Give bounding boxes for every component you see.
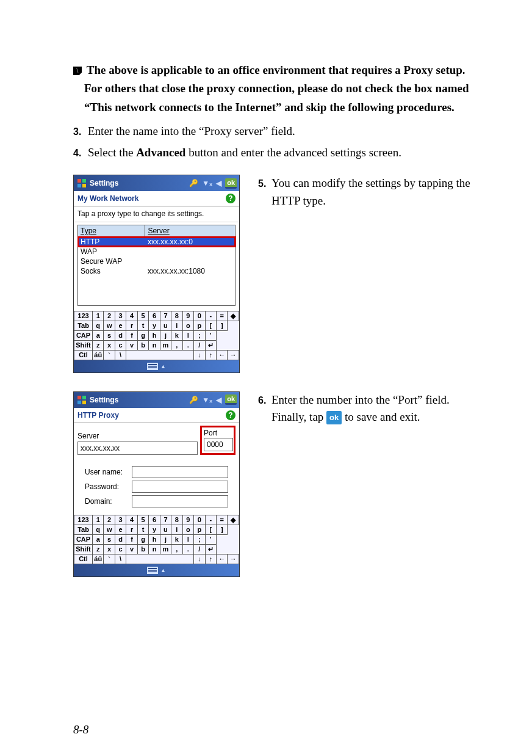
table-row[interactable]: Socks xxx.xx.xx.xx:1080 xyxy=(78,266,235,276)
key[interactable]: . xyxy=(182,544,193,554)
key[interactable]: n xyxy=(149,340,160,350)
key[interactable]: 7 xyxy=(160,515,171,525)
key[interactable]: k xyxy=(171,330,182,340)
key[interactable]: 3 xyxy=(115,311,126,321)
key[interactable]: , xyxy=(171,544,182,554)
key[interactable]: e xyxy=(115,525,126,534)
key[interactable]: ↵ xyxy=(205,544,216,554)
key[interactable]: ◆ xyxy=(228,311,239,321)
key[interactable]: v xyxy=(126,544,137,554)
key[interactable]: 9 xyxy=(182,311,193,321)
key[interactable]: ↑ xyxy=(205,554,216,564)
key[interactable]: e xyxy=(115,321,126,330)
key[interactable]: k xyxy=(171,534,182,544)
key[interactable]: \ xyxy=(115,554,126,564)
key[interactable]: v xyxy=(126,340,137,350)
key[interactable]: 4 xyxy=(126,311,137,321)
key[interactable]: h xyxy=(149,534,160,544)
key[interactable]: 0 xyxy=(194,311,205,321)
on-screen-keyboard[interactable]: 1231234567890-=◆Tabqwertyuiop[]CAPasdfgh… xyxy=(74,311,239,360)
key[interactable]: z xyxy=(93,544,104,554)
key[interactable]: ↑ xyxy=(205,350,216,360)
key[interactable]: ← xyxy=(216,350,227,360)
key[interactable]: 6 xyxy=(149,515,160,525)
key[interactable]: ↓ xyxy=(194,554,205,564)
table-row[interactable]: Secure WAP xyxy=(78,256,235,266)
help-icon[interactable]: ? xyxy=(226,410,235,420)
key[interactable]: o xyxy=(182,321,193,330)
password-input[interactable] xyxy=(132,481,228,493)
key[interactable]: p xyxy=(194,525,205,534)
key[interactable]: áü xyxy=(93,554,104,564)
key[interactable]: 9 xyxy=(182,515,193,525)
key[interactable]: q xyxy=(93,525,104,534)
key[interactable]: u xyxy=(160,321,171,330)
key[interactable]: ◆ xyxy=(228,515,239,525)
table-row[interactable]: WAP xyxy=(78,247,235,256)
key[interactable]: ↵ xyxy=(205,340,216,350)
key[interactable]: x xyxy=(104,340,115,350)
key[interactable]: - xyxy=(205,311,216,321)
key[interactable]: s xyxy=(104,330,115,340)
key[interactable]: ↓ xyxy=(194,350,205,360)
key[interactable]: s xyxy=(104,534,115,544)
key[interactable]: i xyxy=(171,525,182,534)
key[interactable]: b xyxy=(137,340,148,350)
key[interactable]: j xyxy=(160,330,171,340)
key[interactable] xyxy=(126,554,194,564)
key[interactable]: , xyxy=(171,340,182,350)
key[interactable] xyxy=(126,350,194,360)
key[interactable]: 5 xyxy=(137,311,148,321)
key[interactable]: → xyxy=(228,350,239,360)
key[interactable]: 1 xyxy=(93,311,104,321)
key[interactable]: . xyxy=(182,340,193,350)
key[interactable]: Shift xyxy=(74,340,93,350)
key[interactable]: Shift xyxy=(74,544,93,554)
key[interactable]: CAP xyxy=(74,330,93,340)
key[interactable]: t xyxy=(137,321,148,330)
key[interactable]: - xyxy=(205,515,216,525)
key[interactable]: Tab xyxy=(74,321,93,330)
key[interactable]: 2 xyxy=(104,515,115,525)
key[interactable]: 4 xyxy=(126,515,137,525)
key[interactable]: 1 xyxy=(93,515,104,525)
key[interactable]: f xyxy=(126,330,137,340)
key[interactable]: ; xyxy=(194,330,205,340)
key[interactable]: a xyxy=(93,330,104,340)
key[interactable]: w xyxy=(104,321,115,330)
key[interactable]: b xyxy=(137,544,148,554)
key[interactable]: = xyxy=(216,515,227,525)
key[interactable]: ` xyxy=(104,350,115,360)
chevron-up-icon[interactable]: ▲ xyxy=(160,567,166,573)
key[interactable]: [ xyxy=(205,321,216,330)
key[interactable]: ] xyxy=(216,525,227,534)
col-server[interactable]: Server xyxy=(145,225,235,237)
key[interactable]: Ctl xyxy=(74,350,93,360)
key[interactable]: w xyxy=(104,525,115,534)
key[interactable]: / xyxy=(194,340,205,350)
keyboard-toggle-icon[interactable] xyxy=(147,567,158,574)
key[interactable]: ; xyxy=(194,534,205,544)
key[interactable]: Tab xyxy=(74,525,93,534)
key[interactable]: x xyxy=(104,544,115,554)
key[interactable]: j xyxy=(160,534,171,544)
key[interactable]: q xyxy=(93,321,104,330)
key[interactable]: o xyxy=(182,525,193,534)
key[interactable]: r xyxy=(126,525,137,534)
ok-button[interactable]: ok xyxy=(225,394,237,405)
key[interactable]: d xyxy=(115,534,126,544)
key[interactable]: c xyxy=(115,544,126,554)
key[interactable]: t xyxy=(137,525,148,534)
key[interactable]: 3 xyxy=(115,515,126,525)
key[interactable]: áü xyxy=(93,350,104,360)
keyboard-toggle-icon[interactable] xyxy=(147,363,158,370)
key[interactable]: a xyxy=(93,534,104,544)
key[interactable]: 6 xyxy=(149,311,160,321)
key[interactable]: 7 xyxy=(160,311,171,321)
key[interactable]: 0 xyxy=(194,515,205,525)
key[interactable]: 8 xyxy=(171,515,182,525)
ok-button[interactable]: ok xyxy=(225,178,237,189)
key[interactable]: g xyxy=(137,330,148,340)
key[interactable]: ' xyxy=(205,330,216,340)
key[interactable]: f xyxy=(126,534,137,544)
